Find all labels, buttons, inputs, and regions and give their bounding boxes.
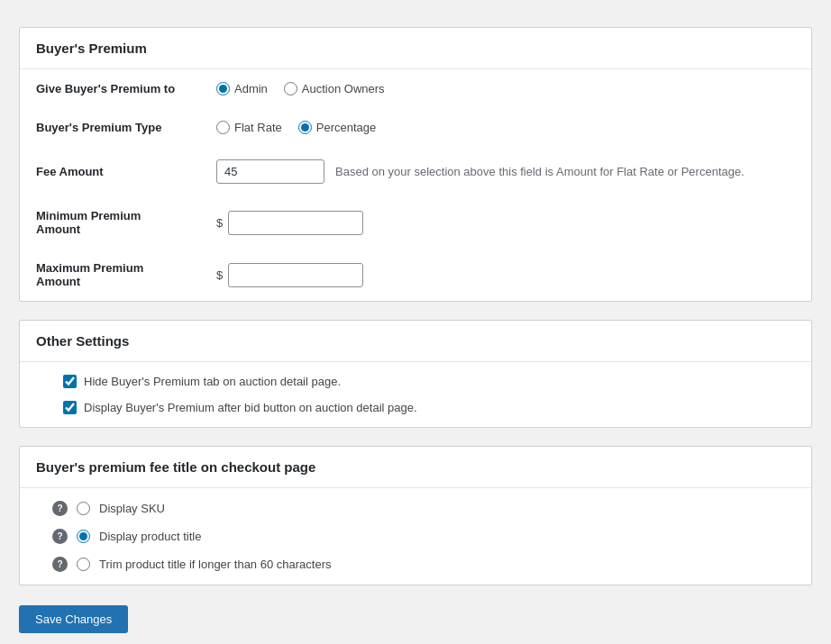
flat-rate-option[interactable]: Flat Rate: [216, 121, 282, 134]
buyers-premium-table: Give Buyer's Premium to Admin Auction Ow…: [20, 69, 811, 301]
flat-rate-label: Flat Rate: [234, 121, 282, 134]
percentage-option[interactable]: Percentage: [298, 121, 377, 134]
page-wrap: Buyer's Premium Give Buyer's Premium to …: [19, 27, 812, 633]
trim-title-option: ? Trim product title if longer than 60 c…: [36, 557, 795, 572]
display-sku-label: Display SKU: [99, 502, 165, 515]
other-settings-title: Other Settings: [20, 321, 811, 362]
display-product-help-icon[interactable]: ?: [52, 529, 68, 544]
display-after-bid-checkbox[interactable]: [63, 401, 77, 414]
max-premium-row: Maximum Premium Amount $: [20, 249, 811, 301]
display-product-title-radio[interactable]: [77, 530, 90, 543]
admin-label: Admin: [234, 82, 268, 95]
display-sku-option: ? Display SKU: [36, 501, 795, 516]
other-settings-content: Hide Buyer's Premium tab on auction deta…: [20, 362, 811, 427]
min-premium-row: Minimum Premium Amount $: [20, 196, 811, 249]
trim-title-label: Trim product title if longer than 60 cha…: [99, 558, 331, 571]
max-dollar-sign: $: [216, 268, 223, 282]
save-changes-button[interactable]: Save Changes: [19, 605, 128, 633]
auction-owners-radio[interactable]: [284, 82, 297, 95]
fee-amount-row: Fee Amount Based on your selection above…: [20, 147, 811, 196]
max-premium-label: Maximum Premium Amount: [20, 249, 200, 301]
checkout-title: Buyer's premium fee title on checkout pa…: [20, 447, 811, 488]
display-after-bid-row: Display Buyer's Premium after bid button…: [36, 401, 795, 414]
auction-owners-label: Auction Owners: [302, 82, 385, 95]
fee-amount-label: Fee Amount: [20, 147, 200, 196]
buyers-premium-title: Buyer's Premium: [20, 28, 811, 69]
percentage-radio[interactable]: [298, 121, 312, 134]
buyers-premium-section: Buyer's Premium Give Buyer's Premium to …: [19, 27, 812, 302]
min-premium-wrap: $: [216, 211, 795, 235]
display-product-title-option: ? Display product title: [36, 529, 795, 544]
checkout-content: ? Display SKU ? Display product title ? …: [20, 488, 811, 585]
trim-title-radio[interactable]: [77, 558, 90, 571]
hide-tab-row: Hide Buyer's Premium tab on auction deta…: [36, 375, 795, 388]
display-after-bid-label: Display Buyer's Premium after bid button…: [84, 401, 417, 414]
fee-amount-input[interactable]: [216, 159, 324, 184]
display-sku-radio[interactable]: [77, 502, 90, 515]
max-premium-wrap: $: [216, 263, 795, 287]
give-to-label: Give Buyer's Premium to: [20, 69, 200, 108]
fee-amount-row-inner: Based on your selection above this field…: [216, 159, 795, 184]
max-premium-input[interactable]: [228, 263, 363, 287]
other-settings-section: Other Settings Hide Buyer's Premium tab …: [19, 320, 812, 428]
premium-type-row: Buyer's Premium Type Flat Rate Percentag…: [20, 108, 811, 147]
display-product-title-label: Display product title: [99, 530, 201, 543]
premium-type-radio-group: Flat Rate Percentage: [216, 121, 795, 134]
give-to-radio-group: Admin Auction Owners: [216, 82, 795, 95]
trim-title-help-icon[interactable]: ?: [52, 557, 68, 572]
display-sku-help-icon[interactable]: ?: [52, 501, 68, 516]
auction-owners-option[interactable]: Auction Owners: [284, 82, 385, 95]
min-premium-input[interactable]: [228, 211, 363, 235]
percentage-label: Percentage: [316, 121, 377, 134]
flat-rate-radio[interactable]: [216, 121, 230, 134]
give-to-row: Give Buyer's Premium to Admin Auction Ow…: [20, 69, 811, 108]
hide-tab-label: Hide Buyer's Premium tab on auction deta…: [84, 375, 341, 388]
admin-radio[interactable]: [216, 82, 230, 95]
fee-description: Based on your selection above this field…: [335, 165, 744, 178]
hide-tab-checkbox[interactable]: [63, 375, 77, 388]
premium-type-label: Buyer's Premium Type: [20, 108, 200, 147]
checkout-section: Buyer's premium fee title on checkout pa…: [19, 446, 812, 585]
min-dollar-sign: $: [216, 216, 223, 230]
admin-option[interactable]: Admin: [216, 82, 268, 95]
min-premium-label: Minimum Premium Amount: [20, 196, 200, 249]
